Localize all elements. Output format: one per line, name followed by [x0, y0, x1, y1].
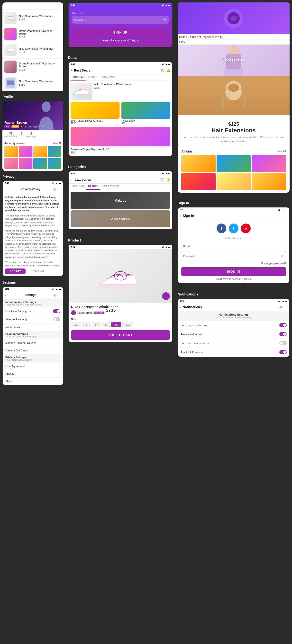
rv-item[interactable] [33, 158, 47, 169]
more-icon[interactable]: ⋯ [58, 187, 61, 191]
settings-item-user-agreement[interactable]: User Agreement › [3, 362, 63, 370]
settings-item-privacy[interactable]: Privacy › [3, 370, 63, 378]
cart-icon[interactable]: 🛒 [160, 178, 164, 182]
tab-beauty[interactable]: BEAUTY [86, 184, 100, 190]
filter-icon[interactable]: ⋮ [59, 4, 61, 8]
album-item[interactable] [217, 173, 251, 190]
notif-settings-header: Notifications Settings These are the mos… [178, 311, 289, 321]
mentions-toggle[interactable] [279, 323, 287, 327]
size-2xl[interactable]: 2XL [122, 322, 134, 327]
signup-button[interactable]: SIGN UP [72, 28, 169, 37]
size-m[interactable]: M [92, 322, 101, 327]
tab-car-motor[interactable]: CAR & MOTOR [100, 184, 121, 190]
deals-title: Best Deals [74, 68, 159, 72]
hair-ext-price: $125 [181, 121, 286, 127]
view-all-link[interactable]: View All [53, 142, 61, 145]
size-s[interactable]: S [83, 322, 91, 327]
rv-item[interactable] [5, 146, 18, 157]
phone-header: 9:41 ▲ ▬ [178, 299, 289, 303]
password-input-field[interactable]: 👁 [181, 252, 286, 260]
tab-popular[interactable]: POPULAR [71, 74, 86, 80]
battery-icon: ▬ [168, 63, 170, 66]
tab-popular[interactable]: POPULAR [71, 184, 86, 190]
password-input[interactable]: Password [74, 18, 163, 21]
rv-item[interactable] [33, 146, 47, 157]
favorite-button[interactable]: + [162, 292, 170, 300]
twitter-button[interactable]: t [229, 224, 238, 233]
back-button[interactable]: ‹ [71, 178, 72, 182]
category-accessories[interactable]: Accessories [71, 210, 170, 228]
back-button[interactable]: ‹ [5, 187, 6, 191]
rv-item[interactable] [48, 146, 62, 157]
settings-item-payment-options[interactable]: Manage Payment Options › [3, 339, 63, 347]
notifications-section-title: Notifications [178, 292, 289, 296]
decline-button[interactable]: DECLINE [28, 268, 49, 274]
forgot-password-link[interactable]: Forgot your password? [181, 262, 286, 265]
rv-item[interactable] [48, 158, 62, 169]
follows-toggle[interactable] [279, 332, 287, 336]
size-section: Size XS S M L XL 2XL [71, 318, 170, 327]
autolock-toggle[interactable] [53, 318, 60, 321]
rv-item[interactable] [5, 158, 18, 169]
size-xs[interactable]: XS [71, 322, 81, 327]
share-icon[interactable]: ⎙ [54, 293, 56, 297]
password-input[interactable] [183, 255, 280, 258]
list-item[interactable]: Soft Tropical Smoothie to En... $230 [71, 102, 119, 125]
album-item[interactable] [217, 155, 251, 172]
share-icon[interactable]: ⎙ [54, 187, 56, 191]
faceid-toggle[interactable] [53, 309, 60, 313]
list-item[interactable]: Nike Sportswear Windrunner $180 [3, 75, 63, 91]
size-l[interactable]: L [102, 322, 110, 327]
more-icon[interactable]: ⋯ [284, 305, 287, 309]
settings-item-notifications[interactable]: Notifications › [3, 324, 63, 331]
back-button[interactable]: ‹ [180, 214, 181, 218]
email-input[interactable] [183, 245, 284, 248]
settings-item-gift-cards[interactable]: Manage Gift Cards › [3, 347, 63, 354]
deals-big-item[interactable] [71, 127, 170, 146]
product-price: $180 [19, 50, 61, 54]
cat-overlay: Accessories [71, 210, 170, 228]
album-view-all[interactable]: View All [277, 150, 286, 153]
seller-badge: Seller [12, 125, 19, 128]
cart-icon[interactable]: 🛒 [161, 68, 165, 72]
tab-beauty[interactable]: BEAUTY [86, 74, 100, 80]
rv-item[interactable] [19, 158, 33, 169]
battery-icon: ▬ [285, 300, 287, 302]
hair-ext-section: $125 Hair Extensions Interdum et malesua… [178, 115, 289, 147]
album-item[interactable] [181, 173, 216, 190]
size-xl[interactable]: XL [111, 322, 121, 327]
accept-button[interactable]: ACCEPT [5, 268, 26, 274]
more-icon[interactable]: ⋯ [58, 293, 61, 297]
back-button[interactable]: ‹ [180, 305, 181, 309]
email-input-field[interactable] [181, 243, 286, 250]
rv-item[interactable] [19, 146, 33, 157]
settings-phone: 9:41 ▲ ▬ ‹ Settings ⎙ ⋯ Recom [3, 286, 63, 386]
bell-icon[interactable]: 🔔 [166, 68, 170, 72]
tab-car-moto[interactable]: CAR & MOTO [100, 74, 119, 80]
list-item[interactable]: Drone Phantom 4 Advanced + Drone $168 [3, 58, 63, 75]
menu-icon[interactable]: ≡ [71, 68, 73, 72]
add-to-cart-button[interactable]: ADD TO CART [71, 330, 170, 340]
eye-icon[interactable]: 👁 [280, 254, 284, 258]
deals-sub-grid: Soft Tropical Smoothie to En... $230 Reb… [69, 102, 172, 127]
album-item[interactable] [252, 173, 286, 190]
category-makeup[interactable]: Makeup [71, 192, 170, 209]
privacy-section-title: Privacy [3, 174, 63, 178]
signin-button[interactable]: SIGN IN [181, 267, 286, 276]
back-button[interactable]: ‹ [5, 293, 6, 297]
settings-item-about[interactable]: About › [3, 378, 63, 385]
album-item[interactable] [181, 155, 216, 172]
list-item[interactable]: Rebel Skater $40 [121, 102, 170, 125]
list-item[interactable]: Nike Sportswear Windrunner $180 [3, 10, 63, 26]
list-item[interactable]: Nike Sportswear Windrunner $180 [3, 42, 63, 58]
bell-icon[interactable]: 🔔 [166, 178, 170, 182]
facebook-button[interactable]: f [217, 224, 226, 233]
list-item[interactable]: Drone Phantom 4 Advanced + Drone $168 [3, 26, 63, 42]
pinterest-button[interactable]: p [241, 224, 251, 233]
album-item[interactable] [252, 155, 286, 172]
share-icon[interactable]: ⎙ [280, 305, 282, 309]
comments-toggle[interactable] [279, 341, 287, 345]
product-detail-phone: 9:41 ▲ ▬ + [68, 244, 173, 343]
eye-icon[interactable]: 👁 [163, 18, 167, 22]
seller-follows-toggle[interactable] [279, 350, 287, 354]
